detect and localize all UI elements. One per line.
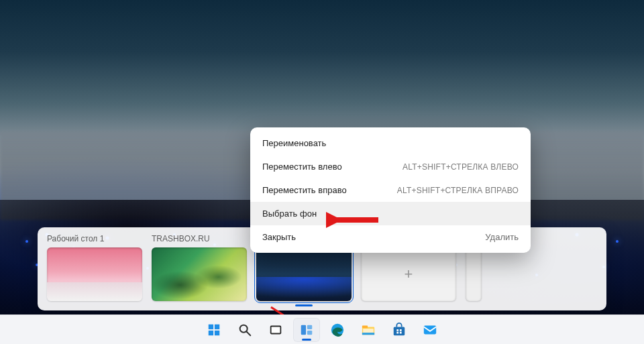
menu-move-left[interactable]: Переместить влево ALT+SHIFT+СТРЕЛКА ВЛЕВ…	[250, 155, 531, 178]
virtual-desktop-thumbnail[interactable]	[47, 247, 142, 301]
start-button[interactable]	[201, 318, 227, 342]
menu-item-right: Удалить	[485, 232, 519, 242]
svg-rect-45	[396, 331, 398, 333]
start-icon	[207, 323, 221, 337]
taskview-icon	[299, 323, 314, 337]
context-menu: Переименовать Переместить влево ALT+SHIF…	[250, 127, 531, 253]
menu-close[interactable]: Закрыть Удалить	[250, 225, 531, 249]
mail-button[interactable]	[417, 318, 443, 342]
menu-item-label: Переместить вправо	[262, 185, 347, 195]
virtual-desktop-2[interactable]: TRASHBOX.RU	[152, 234, 247, 301]
svg-rect-27	[215, 324, 219, 329]
svg-rect-26	[209, 324, 213, 329]
virtual-desktop-label: TRASHBOX.RU	[152, 234, 247, 243]
virtual-desktop-label: Рабочий стол 1	[47, 234, 142, 243]
svg-rect-41	[362, 333, 374, 335]
menu-item-shortcut: ALT+SHIFT+СТРЕЛКА ВЛЕВО	[402, 162, 519, 172]
svg-rect-44	[400, 329, 402, 331]
store-icon	[392, 323, 407, 337]
menu-item-shortcut: ALT+SHIFT+СТРЕЛКА ВПРАВО	[397, 186, 519, 195]
store-button[interactable]	[386, 318, 413, 342]
svg-point-30	[240, 325, 248, 332]
svg-rect-42	[394, 327, 405, 335]
menu-item-label: Выбрать фон	[262, 209, 317, 219]
mail-icon	[423, 323, 437, 337]
menu-item-label: Переименовать	[262, 138, 326, 148]
virtual-desktop-1[interactable]: Рабочий стол 1	[47, 234, 142, 301]
svg-rect-36	[307, 330, 312, 334]
svg-rect-43	[396, 329, 398, 331]
edge-button[interactable]	[324, 318, 351, 342]
search-icon	[237, 323, 252, 337]
virtual-desktop-thumbnail[interactable]	[152, 247, 247, 301]
svg-rect-29	[215, 330, 219, 335]
explorer-icon	[361, 323, 376, 337]
svg-rect-47	[424, 325, 436, 334]
search-button[interactable]	[231, 318, 258, 342]
menu-move-right[interactable]: Переместить вправо ALT+SHIFT+СТРЕЛКА ВПР…	[250, 178, 531, 202]
virtual-desktop-thumbnail[interactable]	[466, 247, 482, 301]
menu-rename[interactable]: Переименовать	[250, 131, 531, 155]
menu-item-label: Закрыть	[262, 232, 296, 242]
svg-rect-46	[400, 331, 402, 333]
explorer-button[interactable]	[355, 318, 382, 342]
svg-rect-34	[301, 325, 306, 335]
plus-icon: +	[405, 266, 413, 283]
svg-rect-33	[272, 327, 280, 333]
menu-choose-background[interactable]: Выбрать фон	[250, 202, 531, 225]
edge-icon	[330, 323, 345, 337]
taskbar	[0, 314, 644, 344]
desktops-button[interactable]	[262, 318, 289, 342]
desktops-icon	[268, 323, 283, 337]
svg-rect-28	[209, 330, 213, 335]
virtual-desktop-thumbnail[interactable]	[256, 247, 352, 301]
svg-line-31	[247, 331, 251, 335]
add-desktop-tile[interactable]: +	[361, 247, 456, 301]
menu-item-label: Переместить влево	[262, 162, 342, 172]
svg-rect-39	[362, 325, 368, 328]
task-view-button[interactable]	[293, 318, 320, 342]
annotation-arrow-main	[326, 211, 380, 229]
svg-rect-35	[307, 325, 312, 329]
